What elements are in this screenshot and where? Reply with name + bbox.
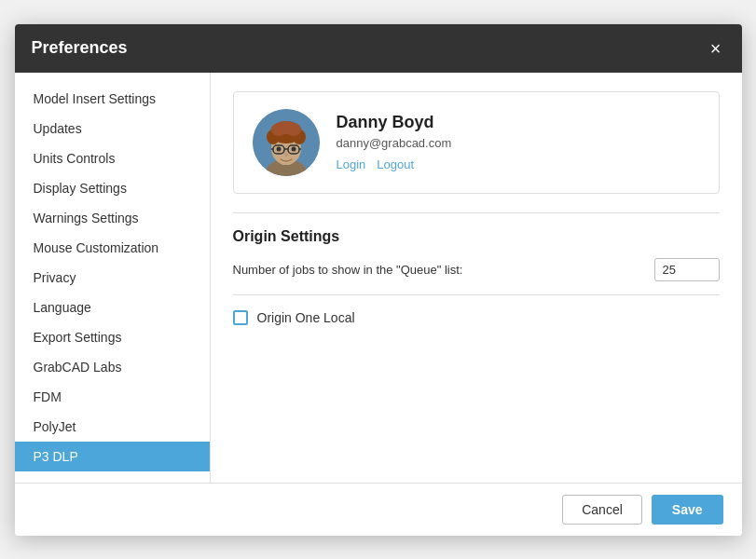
sidebar-item-updates[interactable]: Updates [15, 114, 210, 143]
logout-button[interactable]: Logout [377, 157, 414, 171]
user-card: Danny Boyd danny@grabcad.com Login Logou… [233, 91, 720, 194]
queue-form-row: Number of jobs to show in the "Queue" li… [233, 258, 720, 281]
sidebar-item-model-insert[interactable]: Model Insert Settings [15, 84, 210, 114]
cancel-button[interactable]: Cancel [562, 495, 642, 525]
sidebar-item-mouse-customization[interactable]: Mouse Customization [15, 233, 210, 263]
avatar [253, 109, 320, 176]
svg-point-16 [291, 146, 296, 151]
dialog-footer: Cancel Save [15, 483, 742, 536]
row-divider [233, 294, 720, 295]
sidebar-item-display-settings[interactable]: Display Settings [15, 173, 210, 203]
dialog-body: Model Insert SettingsUpdatesUnits Contro… [15, 73, 742, 483]
sidebar-item-export-settings[interactable]: Export Settings [15, 322, 210, 352]
svg-point-9 [277, 121, 296, 134]
svg-point-17 [284, 153, 288, 156]
section-divider [233, 212, 720, 213]
login-button[interactable]: Login [337, 157, 366, 171]
user-info: Danny Boyd danny@grabcad.com Login Logou… [337, 113, 700, 171]
sidebar-item-polyjet[interactable]: PolyJet [15, 412, 210, 442]
origin-one-local-checkbox[interactable] [233, 310, 248, 325]
origin-one-local-row: Origin One Local [233, 303, 720, 333]
sidebar-item-language[interactable]: Language [15, 293, 210, 322]
sidebar-item-units-controls[interactable]: Units Controls [15, 143, 210, 173]
origin-settings-section: Origin Settings Number of jobs to show i… [233, 228, 720, 333]
origin-one-local-label: Origin One Local [257, 310, 355, 325]
close-button[interactable]: × [707, 37, 725, 60]
user-email: danny@grabcad.com [337, 136, 700, 150]
save-button[interactable]: Save [652, 495, 723, 525]
sidebar: Model Insert SettingsUpdatesUnits Contro… [15, 73, 211, 483]
svg-point-15 [276, 146, 281, 151]
sidebar-item-grabcad-labs[interactable]: GrabCAD Labs [15, 352, 210, 382]
main-content: Danny Boyd danny@grabcad.com Login Logou… [211, 73, 742, 483]
queue-input[interactable] [654, 258, 720, 281]
user-actions: Login Logout [337, 157, 700, 171]
sidebar-item-p3-dlp[interactable]: P3 DLP [15, 442, 210, 471]
preferences-dialog: Preferences × Model Insert SettingsUpdat… [15, 24, 742, 536]
user-name: Danny Boyd [337, 113, 700, 132]
dialog-title: Preferences [32, 38, 128, 58]
sidebar-item-warnings-settings[interactable]: Warnings Settings [15, 203, 210, 233]
queue-label: Number of jobs to show in the "Queue" li… [233, 263, 639, 277]
dialog-header: Preferences × [15, 24, 742, 73]
origin-settings-title: Origin Settings [233, 228, 720, 245]
sidebar-item-fdm[interactable]: FDM [15, 382, 210, 412]
sidebar-item-privacy[interactable]: Privacy [15, 263, 210, 293]
